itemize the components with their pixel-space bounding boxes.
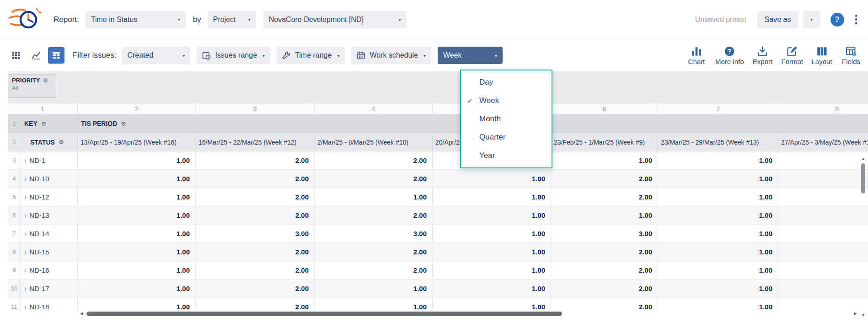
value-cell: 2.00 (315, 261, 433, 279)
layout-action-button[interactable]: Layout (811, 45, 832, 65)
export-action-button[interactable]: Export (752, 45, 773, 65)
line-chart-icon (32, 51, 41, 60)
settings-gear-icon[interactable]: ⚙ (59, 139, 64, 145)
value-cell: 1.00 (78, 280, 196, 297)
issue-key: ND-16 (29, 266, 49, 274)
menu-item-month[interactable]: Month (461, 110, 552, 128)
value-cell: 1.00 (78, 170, 196, 188)
value-cell: 2.00 (196, 188, 315, 206)
value-cell (778, 206, 868, 224)
row-number: 8 (8, 243, 21, 261)
expand-icon[interactable]: › (24, 230, 27, 238)
issue-key-cell[interactable]: ›ND-16 (21, 261, 78, 279)
scroll-left-arrow-icon[interactable]: ◀ (80, 311, 83, 316)
value-cell: 1.00 (433, 280, 551, 297)
issue-key-cell[interactable]: ›ND-12 (21, 188, 78, 206)
more-info-action-label: More info (715, 58, 744, 65)
expand-icon[interactable]: › (24, 156, 27, 165)
expand-icon[interactable]: › (24, 266, 27, 275)
issue-key-cell[interactable]: ›ND-17 (21, 280, 78, 297)
issue-key-cell[interactable]: ›ND-10 (21, 170, 78, 188)
value-cell: 2.00 (315, 243, 433, 261)
issue-key-cell[interactable]: ›ND-13 (21, 206, 78, 224)
issue-key: ND-15 (29, 248, 49, 256)
table-gear-icon (845, 45, 857, 57)
calendar-icon (357, 51, 365, 60)
period-dropdown-open[interactable]: Week ▾ (438, 47, 503, 64)
menu-item-quarter[interactable]: Quarter (461, 128, 552, 146)
vertical-scrollbar-thumb[interactable] (861, 163, 865, 194)
issues-range-label: Issues range (215, 51, 257, 59)
time-range-button[interactable]: Time range ▾ (277, 47, 345, 64)
issue-key-cell[interactable]: ›ND-14 (21, 225, 78, 242)
tis-period-label: TIS PERIOD (81, 120, 117, 127)
time-range-label: Time range (295, 51, 332, 59)
expand-icon[interactable]: › (24, 175, 27, 183)
column-number: 6 (551, 103, 658, 114)
key-column-header[interactable]: KEY ⚙ (21, 114, 78, 133)
period-value: Week (443, 51, 462, 59)
value-cell: 1.00 (433, 261, 551, 279)
fields-action-button[interactable]: Fields (841, 45, 862, 65)
scroll-up-arrow-icon[interactable]: ▲ (860, 156, 866, 161)
work-schedule-button[interactable]: Work schedule ▾ (351, 47, 431, 64)
column-number: 7 (658, 103, 778, 114)
table-view-toggle-selected[interactable] (48, 47, 64, 64)
filter-issues-dropdown[interactable]: Created ▾ (122, 47, 190, 64)
horizontal-scrollbar-thumb[interactable] (86, 312, 562, 316)
group-by-dropdown[interactable]: Project ▾ (208, 11, 256, 28)
expand-icon[interactable]: › (24, 211, 27, 220)
value-cell: 2.00 (196, 206, 315, 224)
expand-icon[interactable]: › (24, 248, 27, 256)
grid-icon (12, 51, 20, 59)
chevron-down-icon: ▾ (178, 17, 180, 22)
value-cell: 1.00 (433, 243, 551, 261)
menu-item-label: Quarter (479, 133, 506, 142)
chart-view-toggle[interactable] (28, 47, 44, 64)
period-dropdown-menu: Day ✓ Week Month Quarter Year (460, 70, 552, 168)
box-clock-icon (202, 51, 211, 60)
value-cell: 1.00 (433, 206, 551, 224)
expand-icon[interactable]: › (24, 303, 27, 311)
header-right-group: Unsaved preset Save as ▾ ? (695, 11, 859, 28)
settings-gear-icon[interactable]: ⚙ (41, 121, 47, 127)
scroll-right-arrow-icon[interactable]: ▶ (854, 311, 857, 316)
menu-item-day[interactable]: Day (461, 73, 552, 92)
horizontal-scrollbar[interactable]: ◀ ▶ (8, 310, 858, 318)
format-action-button[interactable]: Format (781, 45, 803, 65)
menu-item-label: Year (479, 151, 495, 160)
period-column-header: 16/Mar/25 - 22/Mar/25 (Week #12) (196, 133, 315, 151)
value-cell: 1.00 (78, 151, 196, 169)
more-info-action-button[interactable]: ? More info (715, 45, 744, 65)
download-icon (756, 45, 768, 57)
issues-range-button[interactable]: Issues range ▾ (197, 47, 270, 64)
scroll-down-arrow-icon[interactable]: ▼ (860, 313, 866, 318)
expand-icon[interactable]: › (24, 193, 27, 201)
layout-action-label: Layout (811, 58, 832, 65)
priority-filter-chip[interactable]: PRIORITY ⚙ All (8, 74, 56, 98)
expand-icon[interactable]: › (24, 285, 27, 293)
issue-key-cell[interactable]: ›ND-15 (21, 243, 78, 261)
menu-item-week-selected[interactable]: ✓ Week (461, 92, 552, 110)
value-cell (778, 225, 868, 242)
help-icon[interactable]: ? (830, 13, 844, 27)
table-header-row-1: 1 KEY ⚙ TIS PERIOD ⚙ (8, 114, 868, 133)
settings-gear-icon[interactable]: ⚙ (43, 77, 48, 83)
project-dropdown[interactable]: NovaCore Development [ND] ▾ (263, 11, 407, 28)
issue-key-cell[interactable]: ›ND-1 (21, 151, 78, 169)
save-as-chevron-button[interactable]: ▾ (803, 11, 820, 28)
value-cell: 2.00 (196, 280, 315, 297)
format-action-label: Format (781, 58, 803, 65)
grid-view-toggle[interactable] (8, 47, 24, 64)
report-type-dropdown[interactable]: Time in Status ▾ (86, 11, 186, 28)
value-cell: 1.00 (658, 225, 778, 242)
vertical-scrollbar[interactable]: ▲ ▼ (860, 156, 866, 318)
kebab-menu-icon[interactable] (853, 13, 859, 26)
status-column-header[interactable]: STATUS ⚙ (21, 133, 78, 151)
menu-item-year[interactable]: Year (461, 146, 552, 165)
chart-action-button[interactable]: Chart (686, 45, 707, 65)
settings-gear-icon[interactable]: ⚙ (121, 121, 126, 127)
value-cell (778, 280, 868, 297)
issue-key: ND-12 (29, 193, 49, 201)
save-as-button[interactable]: Save as (757, 11, 798, 28)
